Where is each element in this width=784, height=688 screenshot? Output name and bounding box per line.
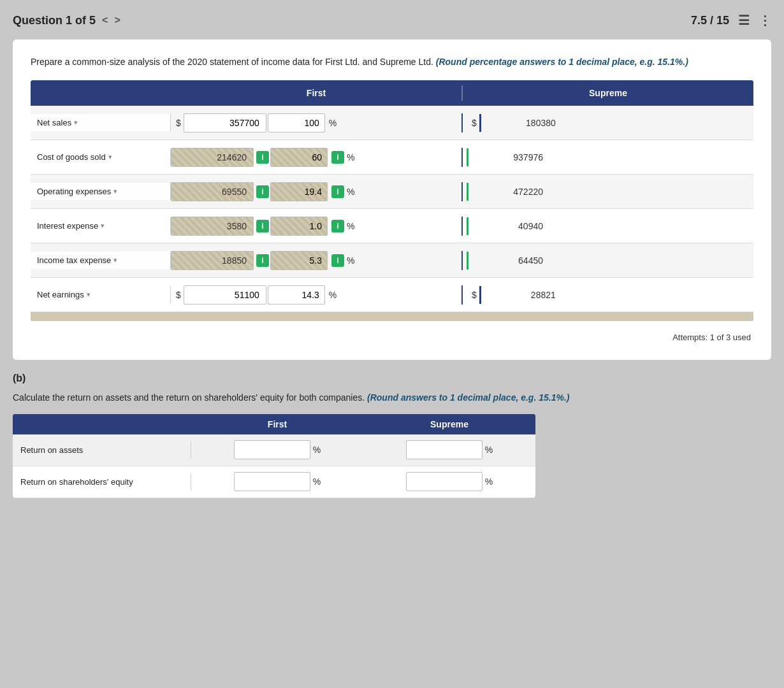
first-section-net-sales: $ % (171, 113, 463, 133)
part-b-col-supreme: Supreme (363, 414, 535, 434)
dropdown-arrow[interactable]: ▾ (108, 153, 112, 161)
first-value-net-earnings[interactable] (184, 285, 266, 305)
row-label-cogs: Cost of goods sold ▾ (31, 148, 171, 166)
col-header-supreme: Supreme (463, 85, 753, 101)
col-header-first: First (171, 85, 463, 101)
part-b-row-roe: Return on shareholders' equity % % (13, 466, 535, 498)
part-b-round-note: (Round answers to 1 decimal place, e.g. … (367, 392, 569, 403)
part-b-header: First Supreme (13, 414, 535, 434)
dropdown-arrow[interactable]: ▾ (101, 222, 105, 230)
part-b-table: First Supreme Return on assets % % Retur… (13, 414, 535, 498)
more-icon[interactable]: ⋮ (759, 13, 771, 28)
first-pct-net-earnings[interactable] (268, 285, 325, 305)
info-pct-button-opex[interactable]: i (331, 185, 344, 198)
part-b-supreme-roe-cell: % (363, 468, 535, 495)
nav-prev-button[interactable]: < (102, 15, 108, 26)
part-b-first-roa-input[interactable] (234, 440, 310, 459)
supreme-section-net-earnings: $ 28821 (463, 286, 753, 304)
dropdown-arrow[interactable]: ▾ (113, 187, 117, 196)
first-pct-opex[interactable] (270, 182, 328, 201)
supreme-value-net-sales: 180380 (479, 114, 562, 132)
info-button-interest[interactable]: i (256, 220, 269, 233)
row-label-net-sales: Net sales ▾ (31, 114, 171, 131)
part-b-col-first: First (191, 414, 363, 434)
table-row: Interest expense ▾ i i % 40940 (31, 209, 753, 243)
question-box: Prepare a common-size analysis of the 20… (13, 39, 771, 360)
table-row: Cost of goods sold ▾ i i % 937976 (31, 140, 753, 175)
first-value-net-sales[interactable] (184, 113, 266, 133)
supreme-section-opex: 472220 (463, 183, 753, 201)
info-pct-button-interest[interactable]: i (331, 220, 344, 233)
score-area: 7.5 / 15 ☰ ⋮ (691, 13, 771, 28)
part-b-first-roa-cell: % (191, 436, 363, 463)
part-b-row-roa: Return on assets % % (13, 434, 535, 466)
part-b-first-roe-cell: % (191, 468, 363, 495)
first-value-opex[interactable] (171, 182, 254, 201)
first-section-cogs: i i % (171, 148, 463, 167)
part-b-supreme-roa-cell: % (363, 436, 535, 463)
horizontal-scrollbar[interactable] (31, 312, 753, 321)
first-pct-tax[interactable] (270, 251, 328, 270)
dropdown-arrow[interactable]: ▾ (74, 118, 78, 127)
list-icon[interactable]: ☰ (738, 13, 750, 28)
row-label-opex: Operating expenses ▾ (31, 183, 171, 200)
top-bar: Question 1 of 5 < > 7.5 / 15 ☰ ⋮ (13, 13, 771, 28)
first-pct-cogs[interactable] (270, 148, 328, 167)
part-b-instruction: Calculate the return on assets and the r… (13, 391, 771, 405)
info-button-opex[interactable]: i (256, 185, 269, 198)
info-button-cogs[interactable]: i (256, 151, 269, 164)
first-pct-interest[interactable] (270, 217, 328, 236)
row-label-tax: Income tax expense ▾ (31, 252, 171, 269)
first-value-tax[interactable] (171, 251, 254, 270)
first-pct-net-sales[interactable] (268, 113, 325, 133)
attempts-display: Attempts: 1 of 3 used (31, 327, 753, 347)
info-button-tax[interactable]: i (256, 254, 269, 267)
supreme-section-tax: 64450 (463, 252, 753, 269)
supreme-value-tax: 64450 (467, 252, 549, 269)
part-b-supreme-roa-input[interactable] (406, 440, 483, 459)
part-b-supreme-roe-input[interactable] (406, 472, 483, 491)
supreme-value-opex: 472220 (467, 183, 549, 201)
supreme-value-net-earnings: 28821 (479, 286, 562, 304)
supreme-section-interest: 40940 (463, 217, 753, 235)
part-b-section: (b) Calculate the return on assets and t… (13, 373, 771, 498)
question-text: Prepare a common-size analysis of the 20… (31, 55, 753, 69)
instruction-text: Prepare a common-size analysis of the 20… (31, 57, 433, 67)
supreme-value-interest: 40940 (467, 217, 549, 235)
first-value-interest[interactable] (171, 217, 254, 236)
dropdown-arrow[interactable]: ▾ (87, 290, 91, 299)
part-b-label-roa: Return on assets (13, 441, 191, 459)
part-b-first-roe-input[interactable] (234, 472, 310, 491)
supreme-section-net-sales: $ 180380 (463, 114, 753, 132)
first-section-net-earnings: $ % (171, 285, 463, 305)
row-label-interest: Interest expense ▾ (31, 217, 171, 234)
question-label: Question 1 of 5 (13, 14, 96, 27)
part-b-label-roe: Return on shareholders' equity (13, 473, 191, 491)
question-nav: Question 1 of 5 < > (13, 14, 120, 27)
income-table: First Supreme Net sales ▾ $ % $ 180380 (31, 80, 753, 321)
info-pct-button-tax[interactable]: i (331, 254, 344, 267)
part-b-label: (b) (13, 373, 771, 384)
dropdown-arrow[interactable]: ▾ (113, 256, 117, 264)
table-row: Net earnings ▾ $ % $ 28821 (31, 278, 753, 312)
round-note: (Round percentage answers to 1 decimal p… (436, 57, 688, 67)
first-section-opex: i i % (171, 182, 463, 201)
first-value-cogs[interactable] (171, 148, 254, 167)
info-pct-button-cogs[interactable]: i (331, 151, 344, 164)
table-row: Net sales ▾ $ % $ 180380 (31, 106, 753, 140)
row-label-net-earnings: Net earnings ▾ (31, 286, 171, 303)
supreme-value-cogs: 937976 (467, 148, 549, 166)
score-display: 7.5 / 15 (691, 14, 729, 27)
table-header: First Supreme (31, 80, 753, 106)
first-section-tax: i i % (171, 251, 463, 270)
first-section-interest: i i % (171, 217, 463, 236)
table-row: Income tax expense ▾ i i % 64450 (31, 243, 753, 278)
supreme-section-cogs: 937976 (463, 148, 753, 166)
nav-next-button[interactable]: > (114, 15, 120, 26)
table-row: Operating expenses ▾ i i % 472220 (31, 175, 753, 209)
part-b-col-empty (13, 414, 191, 434)
